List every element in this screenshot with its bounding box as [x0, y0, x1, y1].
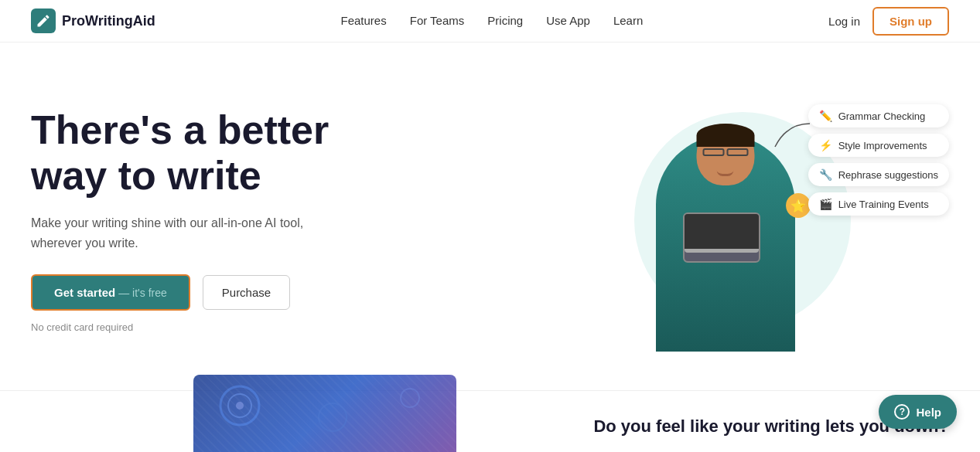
- grammar-icon: ✏️: [819, 110, 832, 122]
- hero-right: ⭐ ...and more! ✏️ Grammar Checking ⚡ Sty…: [536, 89, 949, 352]
- starry-night-image: [193, 375, 456, 452]
- nav-learn[interactable]: Learn: [613, 14, 643, 27]
- training-icon: 🎬: [819, 198, 832, 210]
- pill-training: 🎬 Live Training Events: [808, 192, 949, 216]
- purchase-button[interactable]: Purchase: [203, 275, 290, 310]
- logo-icon: [31, 8, 56, 33]
- brand-name: ProWritingAid: [62, 13, 155, 29]
- pill-style: ⚡ Style Improvements: [808, 134, 949, 157]
- signup-button[interactable]: Sign up: [872, 7, 949, 36]
- svg-point-2: [236, 402, 244, 410]
- navigation: ProWritingAid Features For Teams Pricing…: [0, 0, 980, 42]
- hero-left: There's a better way to write Make your …: [31, 107, 536, 334]
- get-started-button[interactable]: Get started— it's free: [31, 274, 190, 311]
- svg-point-4: [401, 389, 419, 407]
- hero-title: There's a better way to write: [31, 107, 505, 200]
- style-icon: ⚡: [819, 139, 832, 151]
- nav-actions: Log in Sign up: [828, 7, 949, 36]
- help-button[interactable]: ? Help: [879, 395, 957, 429]
- nav-use-app[interactable]: Use App: [546, 14, 590, 27]
- pill-grammar: ✏️ Grammar Checking: [808, 104, 949, 127]
- pill-rephrase: 🔧 Rephrase suggestions: [808, 163, 949, 186]
- nav-pricing[interactable]: Pricing: [487, 14, 523, 27]
- help-icon: ?: [894, 404, 910, 420]
- no-credit-text: No credit card required: [31, 321, 505, 333]
- login-button[interactable]: Log in: [828, 15, 860, 28]
- star-badge: ⭐: [786, 193, 811, 218]
- person-head: [696, 124, 754, 185]
- rephrase-icon: 🔧: [819, 168, 832, 181]
- hero-buttons: Get started— it's free Purchase: [31, 274, 505, 311]
- nav-links: Features For Teams Pricing Use App Learn: [341, 14, 644, 28]
- nav-for-teams[interactable]: For Teams: [410, 14, 465, 27]
- person-laptop: [683, 212, 760, 263]
- nav-features[interactable]: Features: [341, 14, 387, 27]
- svg-point-3: [319, 403, 347, 431]
- logo-link[interactable]: ProWritingAid: [31, 8, 155, 33]
- hero-subtitle: Make your writing shine with our all-in-…: [31, 213, 340, 253]
- feature-pills: ✏️ Grammar Checking ⚡ Style Improvements…: [808, 104, 949, 216]
- bottom-section: Do you feel like your writing lets you d…: [0, 390, 980, 452]
- hero-section: There's a better way to write Make your …: [0, 42, 980, 390]
